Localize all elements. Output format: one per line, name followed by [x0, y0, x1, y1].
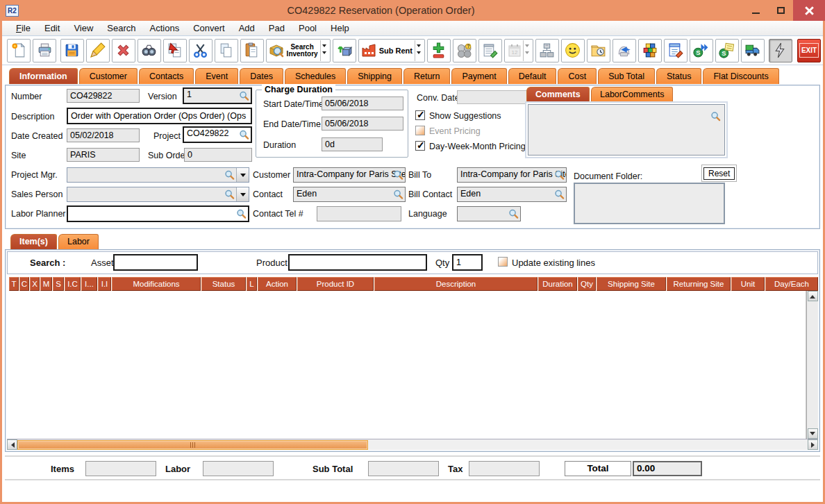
col-unit[interactable]: Unit	[731, 277, 765, 291]
menu-help[interactable]: Help	[324, 23, 356, 33]
search-inventory-button[interactable]: SearchInventory	[266, 39, 331, 62]
menu-file[interactable]: File	[9, 23, 38, 33]
horizontal-scrollbar[interactable]	[7, 439, 818, 450]
project-search-icon[interactable]	[239, 130, 249, 140]
col-action[interactable]: Action	[258, 277, 297, 291]
search-inventory-dropdown-icon[interactable]	[320, 40, 328, 61]
project-mgr-combo[interactable]	[67, 167, 249, 183]
version-search-icon[interactable]	[239, 91, 249, 101]
bill-contact-search-icon[interactable]	[554, 190, 565, 200]
col-description[interactable]: Description	[374, 277, 538, 291]
pool-button[interactable]: ?	[453, 39, 476, 62]
tab-contacts[interactable]: Contacts	[139, 68, 194, 84]
day-week-month-pricing-checkbox[interactable]	[415, 141, 425, 151]
tab-schedules[interactable]: Schedules	[285, 68, 346, 84]
contact-field[interactable]: Eden	[293, 187, 406, 202]
send-key-button[interactable]	[612, 39, 636, 62]
col-s[interactable]: S	[53, 277, 64, 291]
maximize-button[interactable]	[768, 0, 793, 21]
delete-button[interactable]	[112, 39, 135, 62]
sub-rent-dropdown-icon[interactable]	[415, 40, 423, 61]
notes-s-button[interactable]: S	[715, 39, 739, 62]
project-field[interactable]: CO429822	[183, 126, 252, 143]
labor-planner-field[interactable]	[67, 205, 249, 222]
folder-history-button[interactable]	[587, 39, 610, 62]
save-button[interactable]	[60, 39, 84, 62]
tab-labor-comments[interactable]: LaborComments	[591, 87, 673, 101]
tab-dates[interactable]: Dates	[240, 68, 283, 84]
tab-items[interactable]: Item(s)	[10, 234, 57, 249]
add-remove-button[interactable]	[427, 39, 451, 62]
tab-event[interactable]: Event	[195, 68, 238, 84]
scroll-up-button[interactable]	[808, 291, 818, 301]
col-duration[interactable]: Duration	[538, 277, 577, 291]
minimize-button[interactable]	[743, 0, 768, 21]
org-chart-button[interactable]	[535, 39, 559, 62]
col-c[interactable]: C	[19, 277, 29, 291]
menu-actions[interactable]: Actions	[143, 23, 187, 33]
forward-s-button[interactable]: S	[690, 39, 713, 62]
customer-search-icon[interactable]	[393, 170, 403, 180]
menu-pad[interactable]: Pad	[262, 23, 292, 33]
col-l[interactable]: L	[247, 277, 257, 291]
cut-button[interactable]	[189, 39, 212, 62]
vertical-scrollbar[interactable]	[806, 291, 818, 439]
language-field[interactable]	[457, 206, 521, 221]
col-idots[interactable]: I...	[81, 277, 97, 291]
sales-person-dropdown-icon[interactable]	[236, 187, 249, 201]
bill-to-field[interactable]: Intra-Company for Paris Site	[457, 167, 567, 183]
menu-pool[interactable]: Pool	[292, 23, 324, 33]
menu-edit[interactable]: Edit	[38, 23, 67, 33]
tab-shipping[interactable]: Shipping	[347, 68, 402, 84]
new-document-button[interactable]	[7, 39, 31, 62]
tab-labor[interactable]: Labor	[58, 234, 99, 249]
col-shipping-site[interactable]: Shipping Site	[597, 277, 666, 291]
col-product-id[interactable]: Product ID	[297, 277, 374, 291]
edit-button[interactable]	[86, 39, 110, 62]
convert-button[interactable]	[333, 39, 356, 62]
customer-field[interactable]: Intra-Company for Paris Site	[293, 167, 406, 183]
tab-default[interactable]: Default	[508, 68, 557, 84]
sales-person-search-icon[interactable]	[224, 190, 235, 200]
lightning-button[interactable]	[769, 39, 792, 62]
close-button[interactable]	[793, 0, 825, 21]
tab-status[interactable]: Status	[656, 68, 701, 84]
copy-to-button[interactable]	[163, 39, 187, 62]
qty-input[interactable]	[452, 254, 483, 271]
tab-cost[interactable]: Cost	[558, 68, 597, 84]
menu-convert[interactable]: Convert	[186, 23, 232, 33]
version-field[interactable]: 1	[183, 87, 252, 104]
labor-planner-search-icon[interactable]	[236, 209, 247, 219]
menu-search[interactable]: Search	[100, 23, 142, 33]
blocks-button[interactable]	[638, 39, 662, 62]
smiley-button[interactable]	[561, 39, 585, 62]
print-button[interactable]	[33, 39, 56, 62]
asset-input[interactable]	[113, 254, 198, 271]
menu-view[interactable]: View	[67, 23, 100, 33]
col-modifications[interactable]: Modifications	[112, 277, 201, 291]
col-status[interactable]: Status	[201, 277, 246, 291]
paste-button[interactable]	[240, 39, 264, 62]
sales-person-combo[interactable]	[67, 187, 249, 202]
col-qty[interactable]: Qty	[578, 277, 596, 291]
tab-customer[interactable]: Customer	[79, 68, 138, 84]
horizontal-scroll-thumb[interactable]	[17, 440, 368, 450]
scroll-left-button[interactable]	[7, 439, 17, 450]
col-day-each[interactable]: Day/Each	[765, 277, 818, 291]
col-x[interactable]: X	[30, 277, 40, 291]
bill-contact-field[interactable]: Eden	[457, 187, 567, 202]
scroll-right-button[interactable]	[808, 439, 818, 450]
grid-body[interactable]	[7, 291, 806, 439]
description-input[interactable]	[67, 108, 252, 124]
product-input[interactable]	[288, 254, 427, 271]
show-suggestions-checkbox[interactable]	[415, 110, 425, 120]
find-button[interactable]	[138, 39, 161, 62]
reset-button[interactable]: Reset	[703, 167, 735, 180]
tab-flat-discounts[interactable]: Flat Discounts	[703, 68, 778, 84]
tab-payment[interactable]: Payment	[451, 68, 506, 84]
edit-document-button[interactable]	[664, 39, 688, 62]
comments-textarea[interactable]	[528, 104, 725, 156]
menu-add[interactable]: Add	[232, 23, 262, 33]
col-ii[interactable]: I.I	[98, 277, 111, 291]
update-existing-lines-checkbox[interactable]	[498, 257, 508, 267]
